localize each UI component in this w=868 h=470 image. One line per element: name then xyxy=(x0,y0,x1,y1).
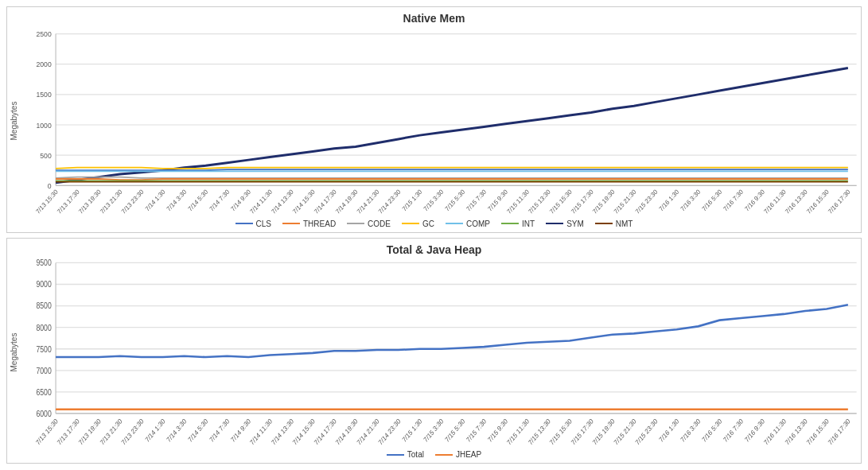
svg-text:7500: 7500 xyxy=(37,344,52,353)
svg-text:7/15 5:30: 7/15 5:30 xyxy=(444,188,467,213)
legend-jheap: JHEAP xyxy=(435,450,481,459)
legend-total: Total xyxy=(387,450,424,459)
svg-text:9000: 9000 xyxy=(37,279,52,289)
svg-text:7/16 1:30: 7/16 1:30 xyxy=(657,416,680,444)
svg-text:7/14 3:30: 7/14 3:30 xyxy=(165,188,189,213)
legend-thread-label: THREAD xyxy=(303,219,336,228)
svg-text:0: 0 xyxy=(48,182,52,190)
svg-text:7/16 1:30: 7/16 1:30 xyxy=(658,188,681,213)
svg-text:7/14 19:30: 7/14 19:30 xyxy=(334,416,360,446)
legend-comp: COMP xyxy=(446,219,490,228)
svg-text:7/13 15:30: 7/13 15:30 xyxy=(34,416,60,446)
total-heap-svg: 9500 9000 8500 8000 7500 7000 6500 6000 xyxy=(21,258,861,448)
legend-cls: CLS xyxy=(235,219,271,228)
total-heap-inner: 9500 9000 8500 8000 7500 7000 6500 6000 xyxy=(21,258,861,448)
legend-gc-label: GC xyxy=(422,219,434,228)
svg-text:7/15 1:30: 7/15 1:30 xyxy=(401,416,424,444)
total-line-icon xyxy=(387,454,404,456)
legend-int: INT xyxy=(501,219,535,228)
svg-text:6500: 6500 xyxy=(37,386,52,396)
svg-text:2500: 2500 xyxy=(37,30,52,38)
legend-gc: GC xyxy=(402,219,434,228)
total-heap-y-label: Megabytes xyxy=(7,258,21,448)
legend-sym: SYM xyxy=(546,219,584,228)
svg-text:7/14 13:30: 7/14 13:30 xyxy=(270,416,295,446)
svg-text:7/16 13:30: 7/16 13:30 xyxy=(784,416,809,446)
legend-comp-label: COMP xyxy=(466,219,490,228)
svg-text:7/15 15:30: 7/15 15:30 xyxy=(548,416,574,446)
svg-text:7/13 23:30: 7/13 23:30 xyxy=(120,188,146,216)
svg-text:7/15 7:30: 7/15 7:30 xyxy=(465,188,488,213)
svg-text:7/13 17:30: 7/13 17:30 xyxy=(56,416,81,446)
svg-text:8000: 8000 xyxy=(37,322,52,332)
legend-thread: THREAD xyxy=(282,219,336,228)
legend-jheap-label: JHEAP xyxy=(456,450,481,459)
svg-text:8500: 8500 xyxy=(37,301,52,310)
svg-text:7/14 15:30: 7/14 15:30 xyxy=(291,416,317,446)
legend-nmt-label: NMT xyxy=(616,219,633,228)
svg-text:2000: 2000 xyxy=(37,60,52,68)
svg-text:7/14 11:30: 7/14 11:30 xyxy=(248,416,274,446)
svg-text:1500: 1500 xyxy=(37,91,52,99)
total-heap-title: Total & Java Heap xyxy=(7,239,861,258)
svg-text:7/15 1:30: 7/15 1:30 xyxy=(401,188,424,213)
svg-text:7/13 21:30: 7/13 21:30 xyxy=(99,416,124,446)
svg-text:7/14 23:30: 7/14 23:30 xyxy=(377,416,403,446)
native-mem-y-label: Megabytes xyxy=(7,26,21,216)
svg-text:1000: 1000 xyxy=(37,121,52,129)
svg-text:7/14 7:30: 7/14 7:30 xyxy=(208,416,231,444)
legend-code: CODE xyxy=(347,219,391,228)
svg-text:7/14 17:30: 7/14 17:30 xyxy=(313,416,338,446)
code-line-icon xyxy=(347,223,364,224)
svg-text:7/14 3:30: 7/14 3:30 xyxy=(165,416,188,444)
legend-int-label: INT xyxy=(522,219,535,228)
svg-text:7/15 23:30: 7/15 23:30 xyxy=(634,188,660,216)
total-heap-chart: Total & Java Heap Megabytes 9500 9000 xyxy=(6,238,862,464)
gc-line-icon xyxy=(402,223,419,224)
legend-total-label: Total xyxy=(407,450,424,459)
native-mem-svg: 2500 2000 1500 1000 500 0 xyxy=(21,26,861,216)
svg-text:7/13 19:30: 7/13 19:30 xyxy=(77,416,103,446)
svg-text:7/16 5:30: 7/16 5:30 xyxy=(700,416,723,444)
svg-text:7/14 23:30: 7/14 23:30 xyxy=(377,188,403,216)
thread-line-icon xyxy=(282,223,300,224)
total-heap-area: Megabytes 9500 9000 8500 8000 xyxy=(7,258,861,448)
svg-text:7/16 7:30: 7/16 7:30 xyxy=(722,416,745,444)
svg-text:7/16 5:30: 7/16 5:30 xyxy=(701,188,724,213)
svg-text:7/14 5:30: 7/14 5:30 xyxy=(186,416,209,444)
svg-text:7/15 3:30: 7/15 3:30 xyxy=(422,416,445,444)
svg-text:7/15 19:30: 7/15 19:30 xyxy=(591,416,617,446)
svg-text:7/16 3:30: 7/16 3:30 xyxy=(679,416,702,444)
svg-text:7/14 1:30: 7/14 1:30 xyxy=(144,188,167,213)
svg-text:7/13 23:30: 7/13 23:30 xyxy=(120,416,146,446)
svg-text:7/16 17:30: 7/16 17:30 xyxy=(827,188,852,216)
svg-text:7/16 7:30: 7/16 7:30 xyxy=(722,188,745,213)
svg-text:7/15 21:30: 7/15 21:30 xyxy=(613,416,638,446)
svg-text:7/14 7:30: 7/14 7:30 xyxy=(208,188,232,213)
total-heap-legend: Total JHEAP xyxy=(7,447,861,463)
svg-text:7/16 17:30: 7/16 17:30 xyxy=(827,416,852,446)
svg-text:7/15 7:30: 7/15 7:30 xyxy=(465,416,488,444)
svg-text:7/16 3:30: 7/16 3:30 xyxy=(679,188,703,213)
sym-line-icon xyxy=(546,223,563,224)
native-mem-legend: CLS THREAD CODE GC COMP INT xyxy=(7,216,861,232)
svg-text:9500: 9500 xyxy=(37,258,52,267)
legend-code-label: CODE xyxy=(368,219,391,228)
svg-text:7/15 3:30: 7/15 3:30 xyxy=(422,188,446,213)
svg-text:7/14 21:30: 7/14 21:30 xyxy=(356,416,381,446)
svg-text:7/15 13:30: 7/15 13:30 xyxy=(527,416,552,446)
svg-text:7/16 15:30: 7/16 15:30 xyxy=(805,416,831,446)
svg-text:7000: 7000 xyxy=(37,365,52,375)
svg-text:7/15 17:30: 7/15 17:30 xyxy=(570,416,595,446)
comp-line-icon xyxy=(446,223,463,224)
jheap-line-icon xyxy=(435,454,453,456)
charts-container: Native Mem Megabytes 2500 2000 1500 1000 xyxy=(0,0,868,470)
legend-sym-label: SYM xyxy=(566,219,584,228)
legend-cls-label: CLS xyxy=(256,219,271,228)
svg-text:7/15 5:30: 7/15 5:30 xyxy=(443,416,466,444)
svg-text:7/15 23:30: 7/15 23:30 xyxy=(634,416,660,446)
svg-text:7/16 11:30: 7/16 11:30 xyxy=(762,416,788,446)
native-mem-inner: 2500 2000 1500 1000 500 0 xyxy=(21,26,861,216)
svg-text:7/15 11:30: 7/15 11:30 xyxy=(505,416,531,446)
nmt-line-icon xyxy=(595,223,613,224)
